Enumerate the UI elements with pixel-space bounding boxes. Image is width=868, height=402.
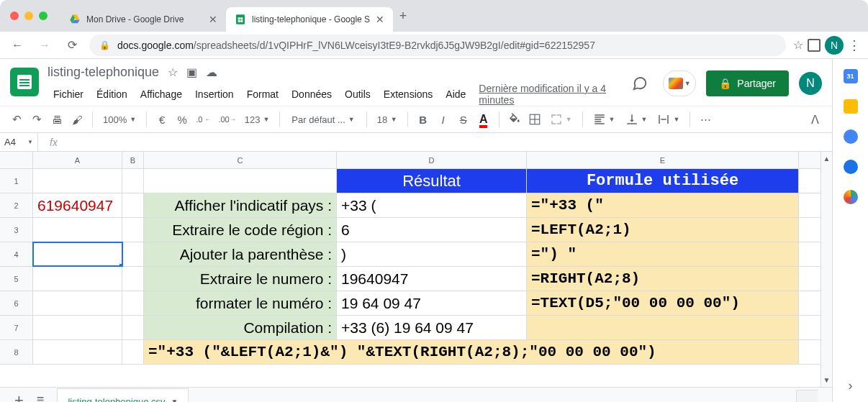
- browser-menu-icon[interactable]: ⋮: [848, 37, 861, 53]
- text-wrap-button[interactable]: ▼: [653, 113, 684, 126]
- strikethrough-button[interactable]: S: [454, 110, 473, 129]
- meet-button[interactable]: ▼: [663, 70, 696, 96]
- cell-E4[interactable]: =") ": [527, 242, 799, 266]
- cell-A8[interactable]: [33, 340, 122, 364]
- cell-B6[interactable]: [122, 291, 144, 315]
- maps-icon[interactable]: [844, 190, 858, 204]
- menu-aide[interactable]: Aide: [440, 86, 471, 103]
- print-button[interactable]: 🖶: [48, 110, 66, 129]
- cell-D1[interactable]: Résultat: [337, 169, 527, 193]
- number-format-dropdown[interactable]: 123▼: [240, 114, 274, 125]
- select-all-corner[interactable]: [0, 152, 33, 168]
- all-sheets-icon[interactable]: ≡: [37, 393, 45, 402]
- vertical-align-button[interactable]: ▼: [621, 113, 652, 126]
- decrease-decimal-button[interactable]: .0 ←: [193, 110, 214, 129]
- borders-button[interactable]: [525, 110, 544, 129]
- font-size-dropdown[interactable]: 18▼: [373, 114, 402, 125]
- cell-D7[interactable]: +33 (6) 19 64 09 47: [337, 316, 527, 339]
- col-header-B[interactable]: B: [122, 152, 144, 168]
- last-edit-text[interactable]: Dernière modification il y a 4 minutes: [479, 83, 627, 106]
- cell-B7[interactable]: [122, 316, 144, 339]
- close-tab-icon[interactable]: ✕: [209, 14, 217, 25]
- contacts-icon[interactable]: [844, 160, 858, 174]
- close-tab-icon[interactable]: ✕: [376, 14, 384, 25]
- cell-A3[interactable]: [33, 218, 122, 242]
- redo-button[interactable]: ↷: [27, 110, 46, 129]
- cell-B8[interactable]: [122, 340, 144, 364]
- cell-B5[interactable]: [122, 267, 144, 291]
- menu-outils[interactable]: Outils: [339, 86, 376, 103]
- cell-E1[interactable]: Formule utilisée: [527, 169, 799, 193]
- fill-color-button[interactable]: [505, 110, 524, 129]
- tasks-icon[interactable]: [844, 129, 858, 144]
- cell-E6[interactable]: =TEXT(D5;"00 00 00 00"): [527, 291, 799, 315]
- bookmark-star-icon[interactable]: ☆: [793, 38, 803, 52]
- cell-C6[interactable]: formater le numéro :: [144, 291, 337, 315]
- row-header[interactable]: 7: [0, 316, 33, 339]
- cell-C1[interactable]: [144, 169, 337, 193]
- cell-C7[interactable]: Compilation :: [144, 316, 337, 339]
- tab-google-drive[interactable]: Mon Drive - Google Drive ✕: [60, 7, 226, 32]
- comments-icon[interactable]: [627, 70, 653, 96]
- row-header[interactable]: 4: [0, 242, 33, 266]
- maximize-window-icon[interactable]: [39, 12, 48, 20]
- row-header[interactable]: 2: [0, 193, 33, 217]
- row-header[interactable]: 6: [0, 291, 33, 315]
- formula-input[interactable]: [70, 133, 832, 151]
- minimize-window-icon[interactable]: [24, 12, 33, 20]
- row-header[interactable]: 3: [0, 218, 33, 242]
- cell-A6[interactable]: [33, 291, 122, 315]
- col-header-D[interactable]: D: [337, 152, 527, 168]
- cell-E2[interactable]: ="+33 (": [527, 193, 799, 217]
- col-header-E[interactable]: E: [527, 152, 799, 168]
- font-dropdown[interactable]: Par défaut ...▼: [286, 114, 360, 125]
- url-input[interactable]: 🔒 docs.google.com/spreadsheets/d/1vQIPHr…: [89, 35, 786, 56]
- merge-cells-button[interactable]: ▼: [546, 113, 577, 126]
- cell-A4[interactable]: [33, 242, 122, 266]
- scroll-down-icon[interactable]: ▼: [823, 373, 831, 387]
- cell-E7[interactable]: [527, 316, 799, 339]
- menu-extensions[interactable]: Extensions: [378, 86, 438, 103]
- cell-B4[interactable]: [122, 242, 144, 266]
- text-color-button[interactable]: A: [474, 110, 493, 129]
- profile-avatar[interactable]: N: [825, 36, 844, 55]
- extension-icon[interactable]: [808, 39, 820, 52]
- collapse-toolbar-icon[interactable]: ᐱ: [805, 113, 825, 127]
- cell-D3[interactable]: 6: [337, 218, 527, 242]
- account-avatar[interactable]: N: [799, 72, 822, 95]
- undo-button[interactable]: ↶: [7, 110, 26, 129]
- keep-icon[interactable]: [844, 99, 858, 114]
- col-header-A[interactable]: A: [33, 152, 122, 168]
- forward-button[interactable]: →: [35, 35, 55, 55]
- cell-C3[interactable]: Extraire le code région :: [144, 218, 337, 242]
- scroll-up-icon[interactable]: ▲: [823, 152, 831, 165]
- col-header-C[interactable]: C: [144, 152, 337, 168]
- name-box[interactable]: A4▼: [0, 133, 38, 151]
- move-icon[interactable]: ▣: [186, 65, 197, 79]
- horizontal-align-button[interactable]: ▼: [589, 113, 620, 126]
- cell-C2[interactable]: Afficher l'indicatif pays :: [144, 193, 337, 217]
- percent-button[interactable]: %: [173, 110, 191, 129]
- cell-D2[interactable]: +33 (: [337, 193, 527, 217]
- menu-edition[interactable]: Édition: [91, 86, 133, 103]
- cell-C8-merged[interactable]: ="+33 ("&LEFT(A2;1)&") "&TEXT(RIGHT(A2;8…: [144, 340, 799, 364]
- more-toolbar-icon[interactable]: ⋯: [696, 110, 715, 129]
- new-tab-button[interactable]: +: [393, 6, 413, 26]
- currency-button[interactable]: €: [153, 110, 171, 129]
- menu-format[interactable]: Format: [241, 86, 284, 103]
- cloud-status-icon[interactable]: ☁: [206, 65, 217, 79]
- cell-C5[interactable]: Extraire le numero :: [144, 267, 337, 291]
- share-button[interactable]: 🔒 Partager: [706, 70, 789, 96]
- cell-D6[interactable]: 19 64 09 47: [337, 291, 527, 315]
- paint-format-button[interactable]: 🖌: [68, 110, 86, 129]
- cell-A5[interactable]: [33, 267, 122, 291]
- zoom-dropdown[interactable]: 100%▼: [99, 114, 140, 125]
- document-title[interactable]: listing-telephonique: [48, 65, 159, 80]
- tab-google-sheets[interactable]: listing-telephonique - Google S ✕: [226, 7, 393, 32]
- bold-button[interactable]: B: [414, 110, 433, 129]
- sheet-tab[interactable]: listing-telephonique.csv ▼: [57, 388, 189, 403]
- increase-decimal-button[interactable]: .00→: [215, 110, 238, 129]
- cell-C4[interactable]: Ajouter la parenthèse :: [144, 242, 337, 266]
- menu-donnees[interactable]: Données: [286, 86, 338, 103]
- cell-A1[interactable]: [33, 169, 122, 193]
